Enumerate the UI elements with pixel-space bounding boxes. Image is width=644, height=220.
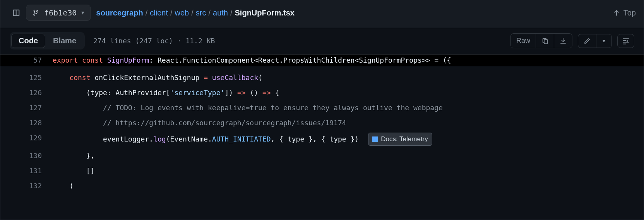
symbols-button[interactable] [617,34,634,48]
line-number[interactable]: 131 [0,163,53,178]
git-branch-icon [33,9,39,16]
code-row: 127 // TODO: Log events with keepalive=t… [0,100,644,115]
code-line[interactable]: }, [53,148,644,163]
code-row: 132 ) [0,178,644,193]
breadcrumb-link[interactable]: src [196,9,206,17]
tab-blame[interactable]: Blame [46,34,83,48]
docs-telemetry-badge[interactable]: Docs: Telemetry [368,133,432,146]
line-number[interactable]: 129 [0,130,53,148]
code-line[interactable]: const onClickExternalAuthSignup = useCal… [53,70,644,85]
code-row: 126 (type: AuthProvider['serviceType']) … [0,85,644,100]
pencil-icon [584,38,591,44]
code-row: 128 // https://github.com/sourcegraph/so… [0,115,644,130]
edit-menu-button[interactable]: ▼ [596,34,611,48]
tab-code[interactable]: Code [11,34,45,48]
code-row: 129 eventLogger.log(EventName.AUTH_INITI… [0,130,644,148]
branch-name: f6b1e30 [44,8,77,17]
code-line[interactable]: ) [53,178,644,193]
breadcrumb: sourcegraph / client / web / src / auth … [96,9,295,17]
code-row: 131 [] [0,163,644,178]
line-number[interactable]: 128 [0,115,53,130]
line-number[interactable]: 130 [0,148,53,163]
breadcrumb-link[interactable]: sourcegraph [96,9,143,17]
line-number[interactable]: 125 [0,70,53,85]
edit-group: ▼ [578,34,612,48]
file-toolbar: Code Blame 274 lines (247 loc) · 11.2 KB… [0,28,644,55]
caret-down-icon: ▼ [81,10,84,15]
file-header: f6b1e30 ▼ sourcegraph / client / web / s… [0,0,644,28]
code-line[interactable]: (type: AuthProvider['serviceType']) => (… [53,85,644,100]
branch-selector[interactable]: f6b1e30 ▼ [26,5,91,21]
book-icon [372,136,378,142]
sticky-header-line: 57 export const SignUpForm: React.Functi… [0,55,644,66]
file-meta: 274 lines (247 loc) · 11.2 KB [93,37,215,45]
line-number[interactable]: 126 [0,85,53,100]
symbols-icon [622,38,629,44]
breadcrumb-link[interactable]: web [175,9,189,17]
line-number-truncated: 124 [0,62,53,65]
code-line[interactable]: export const SignUpForm: React.FunctionC… [53,55,644,66]
arrow-up-icon [613,9,620,17]
line-number[interactable]: 132 [0,178,53,193]
line-number[interactable]: 127 [0,100,53,115]
copy-icon [541,38,548,44]
raw-button[interactable]: Raw [511,34,536,48]
docs-badge-label: Docs: Telemetry [381,134,428,144]
side-panel-icon[interactable] [12,9,21,17]
code-line[interactable]: eventLogger.log(EventName.AUTH_INITIATED… [53,130,644,148]
caret-down-icon: ▼ [602,39,606,43]
copy-button[interactable] [536,34,554,48]
code-body: 124 125 const onClickExternalAuthSignup … [0,66,644,193]
download-icon [560,38,567,44]
breadcrumb-link[interactable]: client [150,9,168,17]
breadcrumb-filename: SignUpForm.tsx [235,9,295,17]
edit-button[interactable] [578,34,596,48]
code-line[interactable]: // https://github.com/sourcegraph/source… [53,115,644,130]
code-line[interactable]: [] [53,163,644,178]
scroll-top-button[interactable]: Top [613,9,636,17]
top-label: Top [623,9,636,17]
code-line[interactable]: // TODO: Log events with keepalive=true … [53,100,644,115]
download-button[interactable] [554,34,572,48]
code-row: 130 }, [0,148,644,163]
raw-group: Raw [510,33,572,48]
code-row: 125 const onClickExternalAuthSignup = us… [0,70,644,85]
view-toggle: Code Blame [10,32,85,49]
breadcrumb-link[interactable]: auth [213,9,228,17]
